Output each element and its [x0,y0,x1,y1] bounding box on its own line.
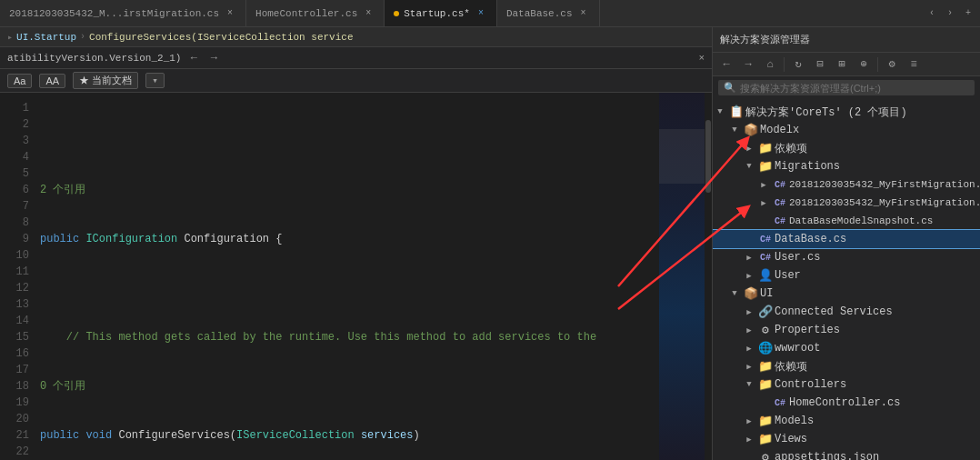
peek-close-icon[interactable]: × [698,53,705,64]
tree-item-database[interactable]: ▶ C# DataBase.cs [713,230,980,248]
controllers-label: Controllers [775,378,846,391]
tree-expand-views: ▶ [742,432,756,446]
ui-icon: 📦 [744,286,758,301]
tree-item-models[interactable]: ▶ 📁 Models [713,412,980,430]
toolbar-collapse-icon[interactable]: ⊟ [810,55,830,75]
toolbar-expand-icon[interactable]: ⊕ [854,55,874,75]
migrations-label: Migrations [775,160,840,173]
solution-header-title: 解决方案资源管理器 [720,33,810,46]
breadcrumb-arrow-icon: ▸ [7,32,13,43]
tree-item-migration1[interactable]: ▶ C# 20181203035432_MyFirstMigration.cs [713,175,980,194]
tree-expand-solution: ▼ [713,105,727,119]
user-icon: 👤 [758,268,773,283]
tab-scroll-left-icon[interactable]: ‹ [924,5,940,22]
user-cs-icon: C# [758,250,773,265]
models-icon: 📁 [758,414,773,428]
peek-bar: atibilityVersion.Version_2_1) ← → × [0,47,712,69]
tree-item-views[interactable]: ▶ 📁 Views [713,430,980,448]
tree-item-properties[interactable]: ▶ ⚙ Properties [713,321,980,339]
tree-container: ▼ 📋 解决方案'CoreTs' (2 个项目) ▼ 📦 Modelx ▶ 📁 … [713,99,980,460]
tree-expand-modelx-deps: ▶ [742,141,756,155]
tree-item-ui[interactable]: ▼ 📦 UI [713,285,980,303]
views-icon: 📁 [758,432,773,446]
modelx-deps-label: 依赖项 [775,141,807,156]
tree-item-user[interactable]: ▶ 👤 User [713,266,980,285]
connected-label: Connected Services [775,305,893,318]
tree-expand-connected: ▶ [742,305,756,319]
tree-item-homecontroller[interactable]: ▶ C# HomeController.cs [713,394,980,412]
toolbar-back-icon[interactable]: ← [716,55,736,75]
search-box: 🔍 [718,80,975,95]
tree-item-modelx-deps[interactable]: ▶ 📁 依赖项 [713,139,980,157]
toolbar-forward-icon[interactable]: → [738,55,758,75]
line-numbers: 123456789101112131415161718192021222324 [0,93,36,460]
minimap [659,93,705,460]
editor-scrollbar[interactable] [705,93,712,460]
modelx-icon: 📦 [744,123,758,137]
models-label: Models [775,415,814,427]
tab-homecontroller-close[interactable]: × [362,7,375,20]
tab-database-label: DataBase.cs [506,8,573,19]
tree-item-migrations[interactable]: ▼ 📁 Migrations [713,157,980,175]
toolbar-options-icon[interactable]: ≡ [904,55,924,75]
tab-new-icon[interactable]: + [960,5,976,22]
peek-nav-right-icon[interactable]: → [206,51,221,65]
ui-deps-icon: 📁 [758,359,773,374]
toolbar-settings-icon[interactable]: ⚙ [882,55,902,75]
tree-item-connected-services[interactable]: ▶ 🔗 Connected Services [713,303,980,321]
tab-database[interactable]: DataBase.cs × [497,0,600,26]
peek-nav-left-icon[interactable]: ← [186,51,201,65]
tree-item-appsettings[interactable]: ▶ ⚙ appsettings.json [713,448,980,460]
homecontroller-icon: C# [773,395,787,410]
connected-icon: 🔗 [758,305,773,319]
code-editor: 123456789101112131415161718192021222324 … [0,93,712,460]
tab-startup-dot [394,11,399,16]
tree-expand-modelx: ▼ [727,123,742,137]
format-font-button[interactable]: AA [39,74,65,88]
user-cs-label: User.cs [775,251,820,264]
toolbar-filter-icon[interactable]: ⊞ [832,55,852,75]
modelx-deps-icon: 📁 [758,141,773,155]
appsettings-icon: ⚙ [758,450,773,460]
ui-label: UI [760,287,773,300]
tab-migration-close[interactable]: × [224,7,236,20]
tree-expand-models: ▶ [742,414,756,428]
snapshot-icon: C# [773,214,787,228]
tree-item-ui-deps[interactable]: ▶ 📁 依赖项 [713,357,980,375]
tab-homecontroller[interactable]: HomeController.cs × [246,0,385,26]
controllers-icon: 📁 [758,377,773,392]
tree-expand-controllers: ▼ [742,377,756,392]
tree-item-snapshot[interactable]: ▶ C# DataBaseModelSnapshot.cs [713,212,980,230]
tree-expand-user: ▶ [742,268,756,283]
migration1-label: 20181203035432_MyFirstMigration.cs [789,179,980,190]
solution-toolbar: ← → ⌂ ↻ ⊟ ⊞ ⊕ ⚙ ≡ [713,53,980,76]
breadcrumb-sep1: › [80,32,85,42]
solution-panel: 解决方案资源管理器 ← → ⌂ ↻ ⊟ ⊞ ⊕ ⚙ ≡ 🔍 ▼ 📋 解决方案'C… [712,27,980,460]
toolbar-sync-icon[interactable]: ↻ [788,55,808,75]
search-input[interactable] [740,83,969,94]
tree-expand-wwwroot: ▶ [742,341,756,355]
format-doc-button[interactable]: ★ 当前文档 [73,72,138,89]
tree-item-wwwroot[interactable]: ▶ 🌐 wwwroot [713,339,980,357]
tree-expand-migration1: ▶ [756,177,771,192]
code-content[interactable]: 2 个引用 public IConfiguration Configuratio… [36,93,659,460]
format-dropdown-icon[interactable]: ▾ [145,73,165,88]
tab-startup[interactable]: Startup.cs* × [385,0,497,26]
tab-migration[interactable]: 20181203035432_M...irstMigration.cs × [0,0,246,26]
tree-item-solution[interactable]: ▼ 📋 解决方案'CoreTs' (2 个项目) [713,103,980,121]
tab-startup-close[interactable]: × [475,7,487,20]
format-aa-button[interactable]: Aa [7,74,32,88]
tree-item-migration2[interactable]: ▶ C# 20181203035432_MyFirstMigration.De [713,194,980,212]
breadcrumb-startup[interactable]: UI.Startup [16,32,76,43]
solution-header: 解决方案资源管理器 [713,27,980,53]
tab-database-close[interactable]: × [577,7,590,20]
toolbar-home-icon[interactable]: ⌂ [760,55,780,75]
tab-scroll-right-icon[interactable]: › [942,5,958,22]
tree-expand-properties: ▶ [742,323,756,337]
tree-item-controllers[interactable]: ▼ 📁 Controllers [713,375,980,394]
editor-scrollbar-thumb[interactable] [705,120,711,193]
tree-item-user-cs[interactable]: ▶ C# User.cs [713,248,980,266]
breadcrumb-method[interactable]: ConfigureServices(IServiceCollection ser… [89,32,353,43]
breadcrumb: ▸ UI.Startup › ConfigureServices(IServic… [0,27,712,47]
tree-item-modelx[interactable]: ▼ 📦 Modelx [713,121,980,139]
